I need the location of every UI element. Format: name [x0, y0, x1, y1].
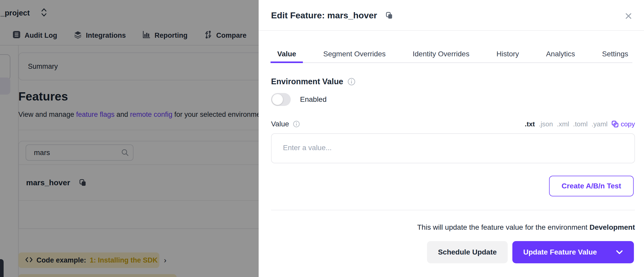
toggle-label: Enabled	[300, 95, 327, 104]
modal-header: Edit Feature: mars_hover	[259, 0, 644, 31]
update-button-label: Update Feature Value	[523, 248, 597, 256]
value-label: Value	[271, 120, 289, 128]
tab-history[interactable]: History	[490, 47, 526, 63]
tab-segment-overrides[interactable]: Segment Overrides	[317, 47, 392, 63]
tab-value[interactable]: Value	[271, 47, 303, 63]
format-yaml[interactable]: .yaml	[591, 120, 608, 128]
update-feature-value-button[interactable]: Update Feature Value	[512, 241, 634, 263]
chevron-down-icon	[616, 250, 623, 255]
feature-enabled-toggle[interactable]	[271, 93, 291, 106]
copy-icon	[611, 120, 619, 128]
edit-feature-modal: Edit Feature: mars_hover Value Segment O…	[259, 0, 644, 277]
tab-settings[interactable]: Settings	[595, 47, 635, 63]
value-format-switcher: .txt .json .xml .toml .yaml copy	[525, 120, 635, 128]
update-note: This will update the feature value for t…	[417, 223, 635, 232]
screen: _project Audit Log Integrations	[0, 0, 644, 277]
footer-divider	[271, 210, 635, 210]
info-icon[interactable]	[293, 120, 300, 128]
format-toml[interactable]: .toml	[573, 120, 588, 128]
info-icon[interactable]	[347, 78, 356, 86]
format-txt[interactable]: .txt	[525, 120, 535, 128]
format-json[interactable]: .json	[539, 120, 553, 128]
modal-title: Edit Feature: mars_hover	[271, 10, 377, 20]
modal-tabs: Value Segment Overrides Identity Overrid…	[271, 47, 635, 63]
update-note-text: This will update the feature value for t…	[417, 223, 589, 231]
tab-identity-overrides[interactable]: Identity Overrides	[406, 47, 476, 63]
schedule-update-button[interactable]: Schedule Update	[427, 241, 508, 263]
environment-value-heading: Environment Value	[271, 77, 343, 86]
toggle-knob	[272, 94, 283, 105]
copy-value-button[interactable]: copy	[611, 120, 635, 128]
copy-label: copy	[621, 120, 635, 128]
modal-header-divider	[259, 30, 644, 31]
environment-name: Development	[589, 223, 635, 231]
copy-feature-name-icon[interactable]	[385, 12, 393, 19]
create-ab-test-button[interactable]: Create A/B/n Test	[549, 176, 634, 196]
close-icon[interactable]	[623, 10, 634, 22]
format-xml[interactable]: .xml	[557, 120, 569, 128]
feature-value-input[interactable]	[271, 133, 635, 163]
tab-analytics[interactable]: Analytics	[539, 47, 582, 63]
